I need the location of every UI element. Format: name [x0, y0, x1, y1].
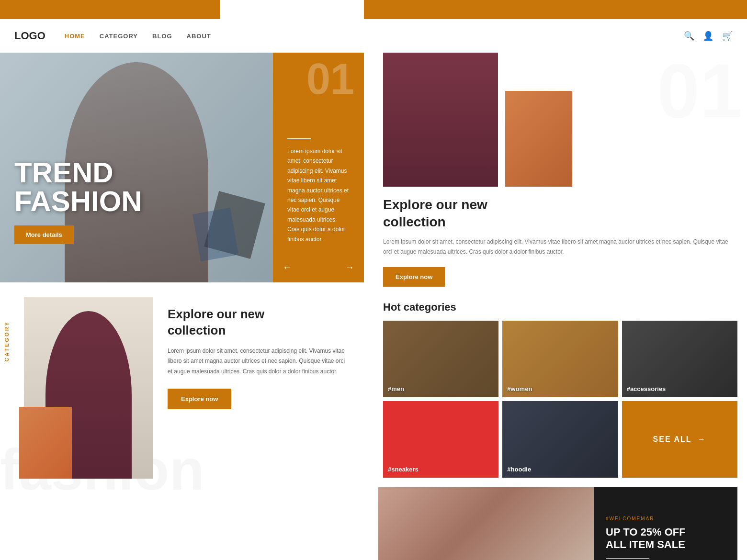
- category-men[interactable]: #men: [383, 321, 498, 397]
- more-details-button[interactable]: More details: [14, 225, 74, 244]
- hero-text-overlay: TREND FASHION More details: [14, 158, 142, 244]
- banner-section: #WELCOMEMAR UP TO 25% OFF ALL ITEM SALE …: [378, 487, 737, 560]
- navbar: LOGO HOME CATEGORY BLOG ABOUT 🔍 👤 🛒: [0, 19, 747, 53]
- category-men-tag: #men: [388, 385, 404, 392]
- hero-title-line1: TREND: [14, 158, 142, 187]
- right-thumb-img: [505, 91, 572, 187]
- nav-category[interactable]: CATEGORY: [100, 33, 138, 40]
- banner-sale: UP TO 25% OFF ALL ITEM SALE: [606, 526, 725, 551]
- hero-navigation: ← →: [283, 262, 354, 273]
- prev-arrow[interactable]: ←: [283, 262, 292, 273]
- hot-categories-title: Hot categories: [383, 301, 737, 314]
- category-hoodie[interactable]: #hoodie: [502, 401, 618, 478]
- hot-categories-section: Hot categories #men #women #accessories: [378, 296, 747, 487]
- right-collection-desc: Lorem ipsum dolor sit amet, consectetur …: [383, 237, 737, 258]
- cart-icon[interactable]: 🛒: [722, 31, 733, 41]
- category-sneakers[interactable]: #sneakers: [383, 401, 498, 478]
- category-accessories-tag: #accessories: [627, 385, 666, 392]
- slide-number: 01: [306, 57, 354, 101]
- collection-section: fashion Explore our new: [0, 282, 364, 493]
- category-sneakers-tag: #sneakers: [388, 466, 419, 473]
- collection-main-image: [24, 297, 153, 479]
- category-see-all[interactable]: SEE ALL →: [622, 401, 737, 478]
- see-all-label: SEE ALL →: [653, 435, 707, 444]
- banner-image: [378, 487, 594, 560]
- collection-thumb-image: [19, 407, 72, 479]
- category-accessories[interactable]: #accessories: [622, 321, 737, 397]
- hero-right-panel: 01 Lorem ipsum dolor sit amet, consectet…: [273, 53, 364, 282]
- categories-grid: #men #women #accessories #sneakers: [383, 321, 737, 478]
- explore-now-button-right[interactable]: Explore now: [383, 267, 445, 287]
- user-icon[interactable]: 👤: [703, 31, 713, 41]
- category-women-tag: #women: [507, 385, 532, 392]
- collection-description: Lorem ipsum dolor sit amet, consectetur …: [168, 346, 350, 377]
- search-icon[interactable]: 🔍: [684, 31, 694, 41]
- banner-text: #WELCOMEMAR UP TO 25% OFF ALL ITEM SALE …: [594, 487, 737, 560]
- banner-tag: #WELCOMEMAR: [606, 516, 725, 521]
- nav-icons: 🔍 👤 🛒: [684, 31, 733, 41]
- right-collection-section: 01 Explore our new collection Lorem ipsu…: [378, 53, 747, 296]
- hero-description: Lorem ipsum dolor sit amet, consectetur …: [287, 146, 350, 244]
- logo: LOGO: [14, 30, 45, 42]
- nav-links: HOME CATEGORY BLOG ABOUT: [65, 33, 684, 40]
- category-vertical-text: CATEGORY: [4, 321, 10, 361]
- nav-about[interactable]: ABOUT: [187, 33, 211, 40]
- hero-image: TREND FASHION More details: [0, 53, 273, 282]
- right-main-img: [383, 53, 498, 187]
- nav-blog[interactable]: BLOG: [152, 33, 172, 40]
- explore-now-button-left[interactable]: Explore now: [168, 389, 231, 409]
- shop-now-button[interactable]: Shop now: [606, 558, 649, 560]
- collection-text: Explore our new collection Lorem ipsum d…: [163, 297, 350, 479]
- collection-title: Explore our new collection: [168, 306, 350, 339]
- next-arrow[interactable]: →: [345, 262, 354, 273]
- category-hoodie-tag: #hoodie: [507, 466, 531, 473]
- nav-home[interactable]: HOME: [65, 33, 85, 40]
- right-collection-title: Explore our new collection: [383, 196, 737, 231]
- category-women[interactable]: #women: [502, 321, 618, 397]
- hero-title-line2: FASHION: [14, 187, 142, 216]
